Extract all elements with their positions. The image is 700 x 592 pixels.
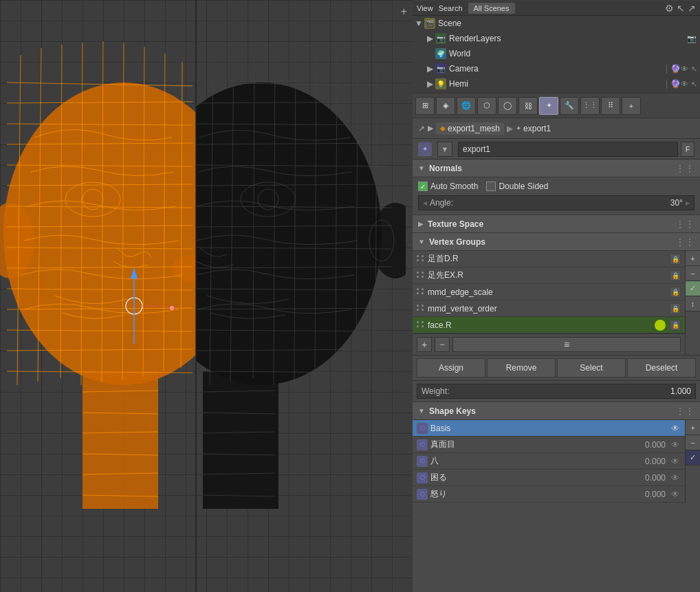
toolbar-grid2-btn[interactable]: ⋮⋮ [580,97,600,115]
texture-space-section: ▶ Texture Space ⋮⋮ [413,215,700,233]
bc-export-item[interactable]: ✦ export1 [516,124,551,133]
remove-button[interactable]: Remove [487,358,556,377]
vg-drag-handle-2 [417,272,425,280]
vg-lock-5[interactable]: 🔒 [670,320,681,331]
vg-item-1[interactable]: 足首D.R 🔒 [413,251,685,267]
hemi-eye-icon[interactable]: 👁 [681,80,688,89]
sk-icon-1: ⬡ [417,439,428,450]
viewport-plus-icon[interactable]: + [401,6,407,18]
name-dropdown-icon[interactable]: ▼ [437,142,452,157]
right-panel: View Search All Scenes ⚙ ↖ ↗ ▼ 🎬 Scene ▶… [413,0,700,592]
view-menu[interactable]: View [417,4,433,12]
outliner-item-scene[interactable]: ▼ 🎬 Scene [413,16,700,31]
toolbar-grid-btn[interactable]: ⊞ [415,97,435,115]
camera-eye-icon[interactable]: 👁 [681,65,688,74]
camera-tri-icon: ▶ [426,65,433,72]
bc-icon2: ▶ [428,124,433,133]
angle-left-arrow: ◀ [423,200,427,206]
sk-item-1[interactable]: ⬡ 真面目 0.000 👁 [413,437,685,453]
vg-side-btn-1[interactable]: + [686,251,700,266]
vertex-groups-header[interactable]: ▼ Vertex Groups ⋮⋮ [413,233,700,251]
normals-section: ▼ Normals ⋮⋮ ✓ Auto Smooth Double Sided [413,160,700,215]
sk-icon-2: ⬡ [417,456,428,467]
texture-space-header[interactable]: ▶ Texture Space ⋮⋮ [413,215,700,233]
vg-remove-button[interactable]: − [435,337,450,352]
vg-drag-handle-1 [417,255,425,263]
sk-basis-eye[interactable]: 👁 [670,423,681,434]
outliner-settings-icon[interactable]: ⚙ [665,3,674,14]
toolbar-dots-btn[interactable]: ⠿ [601,97,620,115]
sk-name-4: 怒り [430,488,645,500]
toolbar-mesh-btn[interactable]: ◈ [436,97,455,115]
select-button[interactable]: Select [557,358,626,377]
sk-item-3[interactable]: ⬡ 困る 0.000 👁 [413,470,685,486]
outliner-item-renderlayers[interactable]: ▶ 📷 RenderLayers 📷 [413,31,700,46]
bc-mesh-item[interactable]: ◆ export1_mesh [436,122,504,135]
outliner-header: View Search All Scenes ⚙ ↖ ↗ [413,1,700,16]
vg-add-button[interactable]: + [417,337,432,352]
toolbar-plus-btn[interactable]: + [622,97,641,115]
vg-lock-2[interactable]: 🔒 [670,270,681,281]
name-f-button[interactable]: F [681,142,694,157]
vg-bottom-controls: + − ≡ [413,333,685,355]
deselect-button[interactable]: Deselect [627,358,696,377]
vg-item-5[interactable]: face.R 🔒 [413,317,685,333]
toolbar-star-btn[interactable]: ✦ [539,97,558,115]
sk-side-btn-2[interactable]: − [686,435,700,450]
vg-lock-4[interactable]: 🔒 [670,303,681,314]
shape-keys-title: Shape Keys [429,406,476,416]
angle-field[interactable]: ◀ Angle: 30° ▶ [418,195,694,210]
vg-side-btn-3[interactable]: ✓ [686,281,700,296]
hemi-tri-icon: ▶ [426,80,433,87]
toolbar-ring-btn[interactable]: ◯ [498,97,517,115]
auto-smooth-checkbox-item[interactable]: ✓ Auto Smooth [418,182,478,191]
vg-side-btn-2[interactable]: − [686,266,700,281]
sk-eye-3[interactable]: 👁 [670,472,681,483]
weight-field[interactable]: Weight: 1.000 [417,384,696,399]
expand-triangle-icon: ▼ [415,20,422,27]
vg-menu-button[interactable]: ≡ [452,337,681,352]
normals-drag-icon: ⋮⋮ [675,163,694,174]
sk-item-basis[interactable]: ⬡ Basis 👁 [413,420,685,437]
sk-eye-4[interactable]: 👁 [670,489,681,500]
vg-scroll-area[interactable]: 足首D.R 🔒 足先EX.R 🔒 [413,251,685,333]
check-mark: ✓ [420,183,426,190]
outliner-item-world[interactable]: 🌍 World [413,46,700,61]
sk-item-2[interactable]: ⬡ 八 0.000 👁 [413,453,685,470]
vg-lock-1[interactable]: 🔒 [670,254,681,265]
auto-smooth-checkbox[interactable]: ✓ [418,182,428,191]
normals-triangle-icon: ▼ [418,164,425,172]
toolbar-cube-btn[interactable]: ⬡ [477,97,496,115]
world-icon: 🌍 [435,48,446,59]
search-menu[interactable]: Search [439,4,463,12]
shape-keys-header[interactable]: ▼ Shape Keys ⋮⋮ [413,402,700,420]
sk-item-4[interactable]: ⬡ 怒り 0.000 👁 [413,486,685,503]
vg-item-2[interactable]: 足先EX.R 🔒 [413,267,685,284]
sk-eye-1[interactable]: 👁 [670,439,681,450]
normals-header[interactable]: ▼ Normals ⋮⋮ [413,160,700,177]
sk-side-btn-3[interactable]: ✓ [686,450,700,465]
vg-drag-handle-5 [417,321,425,329]
toolbar-wrench-btn[interactable]: 🔧 [560,97,579,115]
sk-eye-2[interactable]: 👁 [670,456,681,467]
toolbar-globe-btn[interactable]: 🌐 [457,97,476,115]
all-scenes-btn[interactable]: All Scenes [468,3,515,14]
name-input-field[interactable] [458,142,678,157]
vg-item-4[interactable]: mmd_vertex_order 🔒 [413,300,685,317]
camera-icon: 📷 [435,63,446,74]
angle-label: Angle: [430,198,453,208]
outliner-item-hemi[interactable]: ▶ 💡 Hemi | 🔮 👁 ↖ [413,76,700,91]
sk-tri-icon: ▼ [418,407,425,415]
double-sided-checkbox-item[interactable]: Double Sided [486,182,548,191]
outliner-item-camera[interactable]: ▶ 📷 Camera | 🔮 👁 ↖ [413,61,700,76]
double-sided-checkbox[interactable] [486,182,496,191]
vg-item-3[interactable]: mmd_edge_scale 🔒 [413,284,685,300]
assign-button[interactable]: Assign [417,358,485,377]
sk-side-btn-1[interactable]: + [686,420,700,435]
weight-label: Weight: [422,386,449,396]
vg-green-dot [655,320,666,331]
toolbar-chain-btn[interactable]: ⛓ [518,97,538,115]
vg-side-btn-4[interactable]: ↕ [686,296,700,311]
viewport-3d[interactable]: + [0,0,413,592]
vg-lock-3[interactable]: 🔒 [670,287,681,298]
